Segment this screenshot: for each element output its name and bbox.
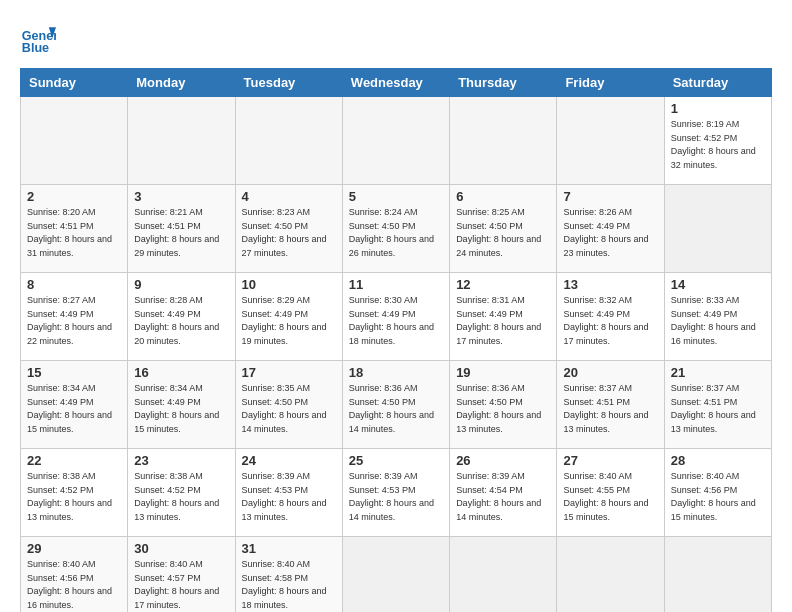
day-number: 19 [456,365,550,380]
header: General Blue [20,20,772,56]
calendar-cell: 13 Sunrise: 8:32 AM Sunset: 4:49 PM Dayl… [557,273,664,361]
day-number: 5 [349,189,443,204]
day-number: 25 [349,453,443,468]
day-info: Sunrise: 8:36 AM Sunset: 4:50 PM Dayligh… [349,382,443,436]
day-number: 15 [27,365,121,380]
weekday-header-tuesday: Tuesday [235,69,342,97]
weekday-header-friday: Friday [557,69,664,97]
day-info: Sunrise: 8:39 AM Sunset: 4:53 PM Dayligh… [349,470,443,524]
day-number: 20 [563,365,657,380]
calendar-cell: 31 Sunrise: 8:40 AM Sunset: 4:58 PM Dayl… [235,537,342,613]
calendar-cell: 2 Sunrise: 8:20 AM Sunset: 4:51 PM Dayli… [21,185,128,273]
calendar-cell: 11 Sunrise: 8:30 AM Sunset: 4:49 PM Dayl… [342,273,449,361]
day-info: Sunrise: 8:33 AM Sunset: 4:49 PM Dayligh… [671,294,765,348]
day-info: Sunrise: 8:24 AM Sunset: 4:50 PM Dayligh… [349,206,443,260]
day-info: Sunrise: 8:19 AM Sunset: 4:52 PM Dayligh… [671,118,765,172]
calendar-week-3: 15 Sunrise: 8:34 AM Sunset: 4:49 PM Dayl… [21,361,772,449]
calendar-cell: 18 Sunrise: 8:36 AM Sunset: 4:50 PM Dayl… [342,361,449,449]
calendar-cell: 15 Sunrise: 8:34 AM Sunset: 4:49 PM Dayl… [21,361,128,449]
day-number: 18 [349,365,443,380]
calendar-table: SundayMondayTuesdayWednesdayThursdayFrid… [20,68,772,612]
calendar-cell [235,97,342,185]
day-number: 17 [242,365,336,380]
day-number: 3 [134,189,228,204]
weekday-header-thursday: Thursday [450,69,557,97]
weekday-header-wednesday: Wednesday [342,69,449,97]
calendar-cell: 25 Sunrise: 8:39 AM Sunset: 4:53 PM Dayl… [342,449,449,537]
calendar-week-4: 22 Sunrise: 8:38 AM Sunset: 4:52 PM Dayl… [21,449,772,537]
day-number: 11 [349,277,443,292]
calendar-week-0: 1 Sunrise: 8:19 AM Sunset: 4:52 PM Dayli… [21,97,772,185]
calendar-cell: 24 Sunrise: 8:39 AM Sunset: 4:53 PM Dayl… [235,449,342,537]
calendar-cell: 7 Sunrise: 8:26 AM Sunset: 4:49 PM Dayli… [557,185,664,273]
day-info: Sunrise: 8:31 AM Sunset: 4:49 PM Dayligh… [456,294,550,348]
day-info: Sunrise: 8:28 AM Sunset: 4:49 PM Dayligh… [134,294,228,348]
day-number: 4 [242,189,336,204]
day-info: Sunrise: 8:27 AM Sunset: 4:49 PM Dayligh… [27,294,121,348]
calendar-week-5: 29 Sunrise: 8:40 AM Sunset: 4:56 PM Dayl… [21,537,772,613]
day-info: Sunrise: 8:40 AM Sunset: 4:57 PM Dayligh… [134,558,228,612]
page: General Blue SundayMondayTuesdayWednesda… [0,0,792,612]
calendar-cell [21,97,128,185]
calendar-cell: 12 Sunrise: 8:31 AM Sunset: 4:49 PM Dayl… [450,273,557,361]
day-info: Sunrise: 8:40 AM Sunset: 4:55 PM Dayligh… [563,470,657,524]
day-number: 1 [671,101,765,116]
svg-text:Blue: Blue [22,41,49,55]
day-number: 27 [563,453,657,468]
day-number: 12 [456,277,550,292]
calendar-cell: 17 Sunrise: 8:35 AM Sunset: 4:50 PM Dayl… [235,361,342,449]
day-info: Sunrise: 8:38 AM Sunset: 4:52 PM Dayligh… [27,470,121,524]
day-number: 14 [671,277,765,292]
day-info: Sunrise: 8:29 AM Sunset: 4:49 PM Dayligh… [242,294,336,348]
calendar-week-1: 2 Sunrise: 8:20 AM Sunset: 4:51 PM Dayli… [21,185,772,273]
calendar-cell: 3 Sunrise: 8:21 AM Sunset: 4:51 PM Dayli… [128,185,235,273]
day-info: Sunrise: 8:26 AM Sunset: 4:49 PM Dayligh… [563,206,657,260]
calendar-cell: 16 Sunrise: 8:34 AM Sunset: 4:49 PM Dayl… [128,361,235,449]
weekday-header-monday: Monday [128,69,235,97]
day-number: 29 [27,541,121,556]
day-info: Sunrise: 8:30 AM Sunset: 4:49 PM Dayligh… [349,294,443,348]
calendar-cell [128,97,235,185]
day-number: 28 [671,453,765,468]
day-info: Sunrise: 8:38 AM Sunset: 4:52 PM Dayligh… [134,470,228,524]
calendar-cell: 6 Sunrise: 8:25 AM Sunset: 4:50 PM Dayli… [450,185,557,273]
day-info: Sunrise: 8:39 AM Sunset: 4:54 PM Dayligh… [456,470,550,524]
calendar-cell: 29 Sunrise: 8:40 AM Sunset: 4:56 PM Dayl… [21,537,128,613]
day-number: 23 [134,453,228,468]
day-number: 22 [27,453,121,468]
day-info: Sunrise: 8:40 AM Sunset: 4:56 PM Dayligh… [671,470,765,524]
calendar-cell: 9 Sunrise: 8:28 AM Sunset: 4:49 PM Dayli… [128,273,235,361]
calendar-cell [664,537,771,613]
calendar-cell: 22 Sunrise: 8:38 AM Sunset: 4:52 PM Dayl… [21,449,128,537]
day-info: Sunrise: 8:40 AM Sunset: 4:58 PM Dayligh… [242,558,336,612]
day-info: Sunrise: 8:34 AM Sunset: 4:49 PM Dayligh… [27,382,121,436]
day-number: 13 [563,277,657,292]
day-info: Sunrise: 8:23 AM Sunset: 4:50 PM Dayligh… [242,206,336,260]
calendar-cell: 23 Sunrise: 8:38 AM Sunset: 4:52 PM Dayl… [128,449,235,537]
day-number: 30 [134,541,228,556]
calendar-cell: 30 Sunrise: 8:40 AM Sunset: 4:57 PM Dayl… [128,537,235,613]
day-info: Sunrise: 8:37 AM Sunset: 4:51 PM Dayligh… [563,382,657,436]
day-info: Sunrise: 8:39 AM Sunset: 4:53 PM Dayligh… [242,470,336,524]
logo: General Blue [20,20,56,56]
calendar-cell [557,537,664,613]
calendar-cell: 28 Sunrise: 8:40 AM Sunset: 4:56 PM Dayl… [664,449,771,537]
calendar-cell: 26 Sunrise: 8:39 AM Sunset: 4:54 PM Dayl… [450,449,557,537]
calendar-cell [450,537,557,613]
day-info: Sunrise: 8:25 AM Sunset: 4:50 PM Dayligh… [456,206,550,260]
day-info: Sunrise: 8:32 AM Sunset: 4:49 PM Dayligh… [563,294,657,348]
day-info: Sunrise: 8:34 AM Sunset: 4:49 PM Dayligh… [134,382,228,436]
day-number: 26 [456,453,550,468]
day-number: 2 [27,189,121,204]
day-number: 31 [242,541,336,556]
day-number: 10 [242,277,336,292]
calendar-cell: 14 Sunrise: 8:33 AM Sunset: 4:49 PM Dayl… [664,273,771,361]
calendar-cell: 20 Sunrise: 8:37 AM Sunset: 4:51 PM Dayl… [557,361,664,449]
day-number: 6 [456,189,550,204]
calendar-cell [664,185,771,273]
day-info: Sunrise: 8:37 AM Sunset: 4:51 PM Dayligh… [671,382,765,436]
day-info: Sunrise: 8:20 AM Sunset: 4:51 PM Dayligh… [27,206,121,260]
calendar-cell [450,97,557,185]
day-number: 16 [134,365,228,380]
day-info: Sunrise: 8:40 AM Sunset: 4:56 PM Dayligh… [27,558,121,612]
